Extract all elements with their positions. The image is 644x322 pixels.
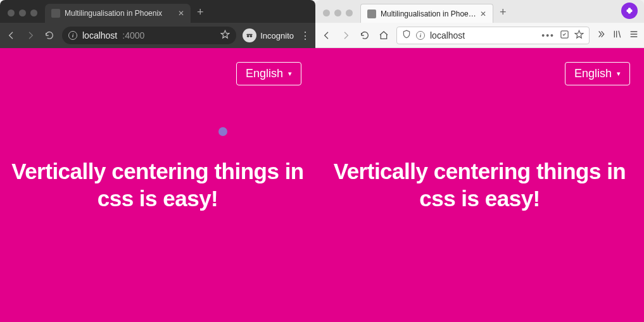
chrome-toolbar: i localhost:4000 Incognito ⋮	[0, 23, 315, 48]
url-text: localhost	[430, 30, 536, 40]
tab-title: Multilingualisation in Phoenix	[65, 9, 174, 18]
traffic-light-min[interactable]	[19, 9, 26, 16]
traffic-light-max[interactable]	[346, 9, 353, 16]
hamburger-menu-icon[interactable]	[629, 29, 639, 42]
hero: Vertically centering things in css is ea…	[0, 158, 315, 213]
address-bar[interactable]: i localhost •••	[396, 27, 590, 44]
language-select[interactable]: English ▾	[565, 62, 630, 85]
address-bar[interactable]: i localhost:4000	[62, 27, 236, 44]
firefox-toolbar: i localhost •••	[315, 23, 644, 48]
forward-button[interactable]	[24, 30, 37, 40]
close-tab-icon[interactable]: ✕	[178, 9, 184, 18]
svg-point-1	[250, 35, 253, 37]
kebab-menu-icon[interactable]: ⋮	[300, 30, 310, 42]
reload-button[interactable]	[43, 30, 56, 40]
svg-rect-2	[247, 34, 253, 35]
site-info-icon[interactable]: i	[416, 31, 425, 40]
overflow-icon[interactable]	[596, 29, 606, 42]
language-select[interactable]: English ▾	[236, 62, 301, 85]
window-controls[interactable]	[5, 9, 41, 23]
shield-icon[interactable]	[402, 30, 411, 40]
svg-point-0	[247, 35, 249, 37]
browser-tab[interactable]: Multilingualisation in Phoenix ✕	[45, 4, 191, 23]
bookmark-star-icon[interactable]	[220, 30, 230, 41]
new-tab-button[interactable]: +	[191, 6, 210, 23]
chevron-down-icon: ▾	[288, 70, 292, 78]
firefox-tabstrip: Multilingualisation in Phoenix ✕ +	[315, 0, 644, 23]
page-content: English ▾ Vertically centering things in…	[0, 48, 315, 322]
firefox-window: Multilingualisation in Phoenix ✕ +	[315, 0, 644, 322]
browser-tab[interactable]: Multilingualisation in Phoenix ✕	[360, 4, 493, 23]
hero: Vertically centering things in css is ea…	[315, 158, 644, 213]
page-actions-icon[interactable]: •••	[541, 30, 555, 40]
favicon-icon	[51, 9, 60, 18]
traffic-light-max[interactable]	[30, 9, 37, 16]
window-controls[interactable]	[320, 9, 357, 23]
close-tab-icon[interactable]: ✕	[480, 9, 486, 18]
chrome-tabstrip: Multilingualisation in Phoenix ✕ +	[0, 0, 315, 23]
language-label: English	[246, 67, 283, 80]
incognito-label: Incognito	[260, 31, 294, 40]
cursor-indicator	[218, 127, 227, 136]
favicon-icon	[367, 9, 376, 18]
tab-title: Multilingualisation in Phoenix	[381, 9, 476, 18]
chevron-down-icon: ▾	[617, 70, 621, 78]
traffic-light-min[interactable]	[334, 9, 341, 16]
site-info-icon[interactable]: i	[68, 31, 77, 40]
home-button[interactable]	[377, 30, 390, 40]
page-content: English ▾ Vertically centering things in…	[315, 48, 644, 322]
extension-badge[interactable]	[621, 3, 638, 19]
bookmark-star-icon[interactable]	[574, 30, 584, 41]
headline: Vertically centering things in css is ea…	[324, 158, 635, 213]
traffic-light-close[interactable]	[8, 9, 15, 16]
language-label: English	[574, 67, 612, 80]
url-port: :4000	[122, 30, 144, 40]
reload-button[interactable]	[358, 30, 371, 40]
chrome-window: Multilingualisation in Phoenix ✕ + i loc…	[0, 0, 315, 322]
back-button[interactable]	[5, 30, 18, 40]
library-icon[interactable]	[612, 29, 622, 42]
traffic-light-close[interactable]	[323, 9, 330, 16]
incognito-icon	[243, 28, 256, 42]
reader-mode-icon[interactable]	[560, 30, 569, 41]
new-tab-button[interactable]: +	[493, 6, 513, 23]
incognito-indicator: Incognito	[243, 28, 294, 42]
forward-button[interactable]	[339, 30, 352, 40]
headline: Vertically centering things in css is ea…	[9, 158, 306, 213]
url-host: localhost	[82, 30, 117, 40]
back-button[interactable]	[320, 30, 333, 40]
